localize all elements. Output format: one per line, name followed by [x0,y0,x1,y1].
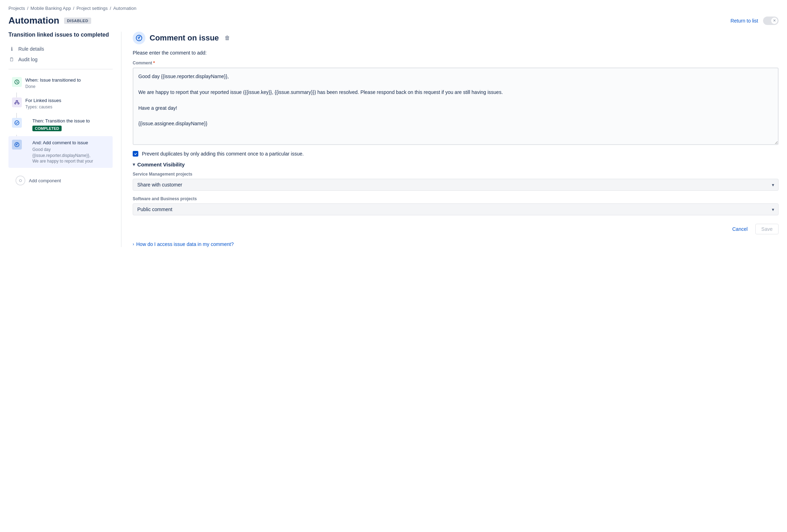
sidebar-rule-title: Transition linked issues to completed [8,32,113,38]
workflow-item-then[interactable]: Then: Transition the issue to COMPLETED [8,114,113,134]
workflow-item-for[interactable]: For Linked issues Types: causes [8,94,113,113]
software-business-label: Software and Business projects [133,196,779,201]
when-label: When: Issue transitioned to [25,77,109,83]
cancel-button[interactable]: Cancel [728,224,752,234]
software-business-select[interactable]: Public comment Internal only [133,203,779,215]
add-component-icon: ○ [15,176,25,185]
service-management-select-wrapper: Share with customer Internal only [133,179,779,191]
breadcrumb-sep-3: / [110,6,111,11]
rule-details-label: Rule details [18,46,44,52]
info-icon: ℹ [8,46,15,52]
sidebar-divider [8,69,113,69]
visibility-section-label: Comment Visibility [137,162,185,167]
software-business-group: Software and Business projects Public co… [133,196,779,215]
audit-icon: 🗒 [8,56,15,63]
save-button[interactable]: Save [755,224,779,234]
panel-description: Please enter the comment to add: [133,50,779,56]
breadcrumb: Projects / Mobile Banking App / Project … [0,0,787,14]
help-link-label: How do I access issue data in my comment… [136,241,234,247]
comment-textarea[interactable]: Good day {{issue.reporter.displayName}},… [133,68,779,145]
audit-log-label: Audit log [18,57,37,62]
then-content: Then: Transition the issue to COMPLETED [32,118,109,131]
sidebar-item-audit-log[interactable]: 🗒 Audit log [8,54,113,65]
software-business-select-wrapper: Public comment Internal only [133,203,779,215]
when-sublabel: Done [25,84,109,89]
visibility-section-toggle[interactable]: ▾ Comment Visibility [133,162,779,167]
service-management-group: Service Management projects Share with c… [133,172,779,191]
then-label: Then: Transition the issue to [32,118,109,124]
prevent-duplicates-checkbox[interactable] [133,151,138,157]
service-management-select[interactable]: Share with customer Internal only [133,179,779,191]
breadcrumb-sep-1: / [27,6,29,11]
page-header-right: Return to list ✕ [730,17,779,25]
breadcrumb-project-settings[interactable]: Project settings [76,6,108,11]
for-icon [12,97,22,107]
return-to-list-link[interactable]: Return to list [730,18,758,24]
workflow-section: When: Issue transitioned to Done For Lin… [8,74,113,189]
content-panel: Comment on issue 🗑 Please enter the comm… [121,32,779,247]
comment-field-label: Comment * [133,61,779,65]
disabled-badge: DISABLED [64,18,91,24]
sidebar-item-rule-details[interactable]: ℹ Rule details [8,44,113,54]
service-management-label: Service Management projects [133,172,779,177]
breadcrumb-automation[interactable]: Automation [113,6,137,11]
and-icon [12,140,22,150]
and-content: And: Add comment to issue Good day {{iss… [32,140,109,165]
breadcrumb-sep-2: / [73,6,75,11]
prevent-duplicates-label: Prevent duplicates by only adding this c… [142,151,304,157]
and-label: And: Add comment to issue [32,140,109,146]
breadcrumb-mobile-banking[interactable]: Mobile Banking App [31,6,71,11]
panel-title: Comment on issue [150,33,219,43]
for-content: For Linked issues Types: causes [25,97,109,109]
workflow-item-when[interactable]: When: Issue transitioned to Done [8,74,113,93]
page-header: Automation DISABLED Return to list ✕ [0,14,787,32]
main-layout: Transition linked issues to completed ℹ … [0,32,787,247]
add-component-button[interactable]: ○ Add component [12,172,113,189]
svg-point-2 [18,103,19,104]
page-title: Automation [8,15,59,26]
and-sublabel: Good day {{issue.reporter.displayName}},… [32,147,109,164]
enable-disable-toggle[interactable]: ✕ [763,17,779,25]
svg-point-1 [15,103,16,104]
panel-header: Comment on issue 🗑 [133,32,779,44]
then-icon [12,118,22,128]
completed-badge: COMPLETED [32,126,62,131]
chevron-right-icon: › [133,242,134,247]
action-buttons: Cancel Save [133,224,779,234]
when-icon [12,77,22,87]
when-content: When: Issue transitioned to Done [25,77,109,89]
chevron-down-icon: ▾ [133,162,135,167]
page-header-left: Automation DISABLED [8,15,91,26]
sidebar: Transition linked issues to completed ℹ … [8,32,121,247]
for-label: For Linked issues [25,97,109,104]
workflow-item-and[interactable]: And: Add comment to issue Good day {{iss… [8,136,113,168]
toggle-knob: ✕ [771,18,777,24]
help-link[interactable]: › How do I access issue data in my comme… [133,241,779,247]
breadcrumb-projects[interactable]: Projects [8,6,25,11]
panel-icon [133,32,145,44]
toggle-x-icon: ✕ [773,19,776,23]
add-component-label: Add component [29,178,61,183]
required-indicator: * [153,61,155,65]
for-sublabel: Types: causes [25,104,109,109]
svg-point-0 [16,101,18,102]
prevent-duplicates-row: Prevent duplicates by only adding this c… [133,151,779,157]
delete-icon[interactable]: 🗑 [225,35,230,41]
